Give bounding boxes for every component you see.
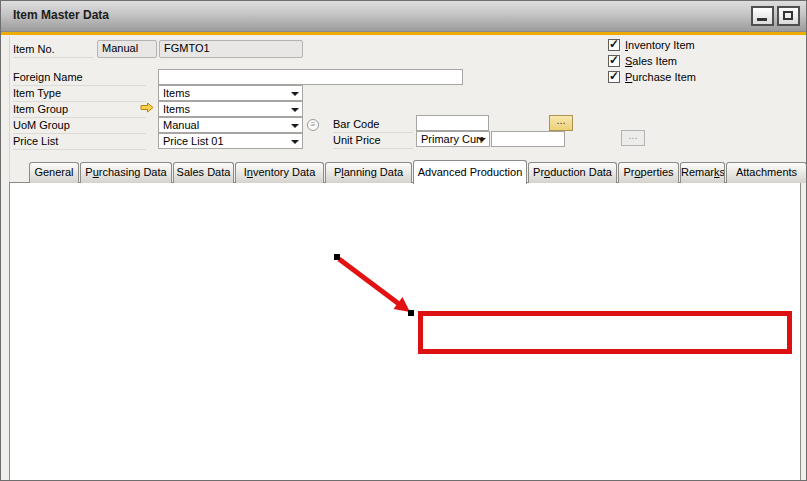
maximize-icon xyxy=(783,11,793,20)
chevron-down-icon xyxy=(291,140,299,144)
uom-group-icon: ≡ xyxy=(307,119,319,131)
advanced-production-panel xyxy=(9,182,801,481)
tab-inventory-data[interactable]: Inventory Data xyxy=(235,162,324,183)
bar-code-input[interactable] xyxy=(416,115,489,131)
item-type-label: Item Type xyxy=(13,87,146,102)
unit-price-browse-button[interactable]: ... xyxy=(621,130,645,146)
item-type-select[interactable]: Items xyxy=(158,85,303,101)
tab-planning-data[interactable]: Planning Data xyxy=(325,162,412,183)
purchase-item-checkbox[interactable] xyxy=(608,71,620,83)
item-group-select[interactable]: Items xyxy=(158,101,303,117)
unit-price-input[interactable] xyxy=(491,131,565,147)
item-master-data-window: Item Master Data Item No. Manual FGMTO1 … xyxy=(0,0,807,481)
chevron-down-icon xyxy=(291,108,299,112)
title-bar: Item Master Data xyxy=(1,1,806,32)
tab-sales-data[interactable]: Sales Data xyxy=(173,162,234,183)
tab-remarks[interactable]: Remarks xyxy=(680,162,725,183)
window-title: Item Master Data xyxy=(13,8,109,22)
uom-group-label: UoM Group xyxy=(13,119,146,134)
tab-general[interactable]: General xyxy=(29,162,79,183)
bar-code-label: Bar Code xyxy=(333,118,413,133)
tab-production-data[interactable]: Production Data xyxy=(528,162,617,183)
price-list-label: Price List xyxy=(13,135,146,150)
maximize-button[interactable] xyxy=(777,6,800,26)
foreign-name-label: Foreign Name xyxy=(13,71,146,86)
frame-line xyxy=(9,37,10,182)
foreign-name-input[interactable] xyxy=(158,69,463,85)
minimize-button[interactable] xyxy=(751,6,774,26)
tab-purchasing-data[interactable]: Purchasing Data xyxy=(80,162,172,183)
purchase-item-label: Purchase Item xyxy=(625,71,696,85)
chevron-down-icon xyxy=(291,124,299,128)
tab-attachments[interactable]: Attachments xyxy=(726,162,807,183)
unit-price-label: Unit Price xyxy=(333,134,413,149)
uom-group-select[interactable]: Manual xyxy=(158,117,303,133)
inventory-item-checkbox[interactable] xyxy=(608,39,620,51)
item-no-label: Item No. xyxy=(13,43,93,58)
item-no-field[interactable]: FGMTO1 xyxy=(159,40,303,58)
minimize-icon xyxy=(757,18,767,21)
tab-advanced-production[interactable]: Advanced Production xyxy=(413,160,527,184)
chevron-down-icon xyxy=(291,92,299,96)
bar-code-browse-button[interactable]: ... xyxy=(549,115,573,131)
sales-item-checkbox[interactable] xyxy=(608,55,620,67)
item-group-label: Item Group xyxy=(13,103,146,118)
unit-price-currency-select[interactable]: Primary Curr xyxy=(416,131,490,147)
item-no-type-field[interactable]: Manual xyxy=(97,40,157,58)
price-list-select[interactable]: Price List 01 xyxy=(158,133,303,149)
accent-bar xyxy=(1,32,806,35)
sales-item-label: Sales Item xyxy=(625,55,677,69)
tab-properties[interactable]: Properties xyxy=(618,162,679,183)
inventory-item-label: Inventory Item xyxy=(625,39,695,53)
link-arrow-icon[interactable] xyxy=(140,102,154,113)
chevron-down-icon xyxy=(478,138,486,142)
